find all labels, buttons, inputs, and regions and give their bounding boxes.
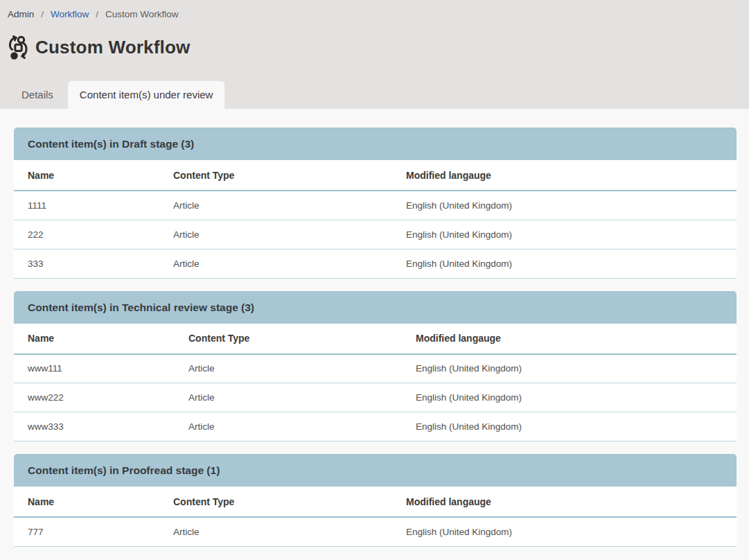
table-row: 333ArticleEnglish (United Kingdom): [14, 249, 737, 278]
table-cell: English (United Kingdom): [406, 191, 737, 220]
page-title: Custom Workflow: [35, 37, 191, 58]
table-cell: English (United Kingdom): [406, 220, 737, 249]
table-cell: Article: [173, 517, 406, 546]
stage-section-title: Content item(s) in Draft stage (3): [28, 138, 194, 150]
table-cell: 1111: [14, 191, 173, 220]
table-cell: Article: [188, 383, 416, 412]
tab-bar: DetailsContent item(s) under review: [7, 81, 224, 109]
table-row: www222ArticleEnglish (United Kingdom): [14, 383, 737, 412]
column-header-modified-langauge: Modified langauge: [416, 324, 737, 354]
table-cell: 222: [14, 220, 173, 249]
stage-section-title: Content item(s) in Technical review stag…: [28, 301, 254, 313]
table-cell: 777: [14, 517, 173, 546]
column-header-modified-langauge: Modified langauge: [406, 160, 737, 191]
column-header-name: Name: [14, 160, 173, 191]
column-header-content-type: Content Type: [188, 324, 416, 354]
table-cell: www222: [14, 383, 188, 412]
table-cell: Article: [188, 354, 416, 383]
table-header-row: NameContent TypeModified langauge: [14, 487, 737, 517]
column-header-modified-langauge: Modified langauge: [406, 487, 737, 517]
breadcrumb-separator: /: [41, 9, 44, 19]
table-cell: 333: [14, 249, 173, 278]
table-header-row: NameContent TypeModified langauge: [14, 160, 737, 191]
stage-section-header: Content item(s) in Draft stage (3): [14, 128, 737, 160]
content-items-table: NameContent TypeModified langauge 1111Ar…: [14, 160, 737, 279]
table-row: www333ArticleEnglish (United Kingdom): [14, 412, 737, 441]
page-header: Admin/Workflow/Custom Workflow Custom Wo…: [0, 0, 749, 109]
tab-content-item-s-under-review[interactable]: Content item(s) under review: [68, 81, 225, 109]
workflow-icon: [7, 35, 29, 60]
breadcrumb-separator: /: [96, 9, 98, 19]
table-row: 1111ArticleEnglish (United Kingdom): [14, 191, 737, 220]
column-header-content-type: Content Type: [173, 160, 406, 191]
table-row: 222ArticleEnglish (United Kingdom): [14, 220, 737, 249]
stage-section-header: Content item(s) in Proofread stage (1): [14, 454, 737, 487]
stage-section-title: Content item(s) in Proofread stage (1): [28, 464, 220, 476]
table-cell: Article: [188, 412, 416, 441]
stage-section: Content item(s) in Technical review stag…: [14, 291, 737, 442]
breadcrumb-item-admin: Admin: [8, 9, 34, 19]
table-cell: Article: [173, 220, 406, 249]
table-cell: English (United Kingdom): [406, 249, 737, 278]
breadcrumb-item-custom-workflow: Custom Workflow: [105, 9, 179, 19]
table-cell: English (United Kingdom): [406, 517, 737, 546]
table-cell: English (United Kingdom): [416, 412, 737, 441]
page-title-row: Custom Workflow: [7, 35, 749, 60]
stage-section: Content item(s) in Draft stage (3) NameC…: [14, 128, 737, 279]
column-header-name: Name: [14, 324, 188, 354]
stage-section-header: Content item(s) in Technical review stag…: [14, 291, 737, 324]
content-items-table: NameContent TypeModified langauge www111…: [14, 324, 737, 442]
table-row: 777ArticleEnglish (United Kingdom): [14, 517, 737, 546]
tab-details[interactable]: Details: [7, 81, 68, 109]
table-header-row: NameContent TypeModified langauge: [14, 324, 737, 354]
table-cell: Article: [173, 191, 406, 220]
stage-section: Content item(s) in Proofread stage (1) N…: [14, 454, 737, 547]
column-header-content-type: Content Type: [173, 487, 406, 517]
table-cell: www111: [14, 354, 188, 383]
table-cell: English (United Kingdom): [416, 354, 737, 383]
breadcrumb-item-workflow[interactable]: Workflow: [51, 9, 89, 19]
column-header-name: Name: [14, 487, 173, 517]
table-cell: www333: [14, 412, 188, 441]
table-row: www111ArticleEnglish (United Kingdom): [14, 354, 737, 383]
breadcrumb: Admin/Workflow/Custom Workflow: [0, 0, 749, 19]
table-cell: English (United Kingdom): [416, 383, 737, 412]
content-items-table: NameContent TypeModified langauge 777Art…: [14, 487, 737, 547]
table-cell: Article: [173, 249, 406, 278]
content-area: Content item(s) in Draft stage (3) NameC…: [0, 109, 749, 547]
